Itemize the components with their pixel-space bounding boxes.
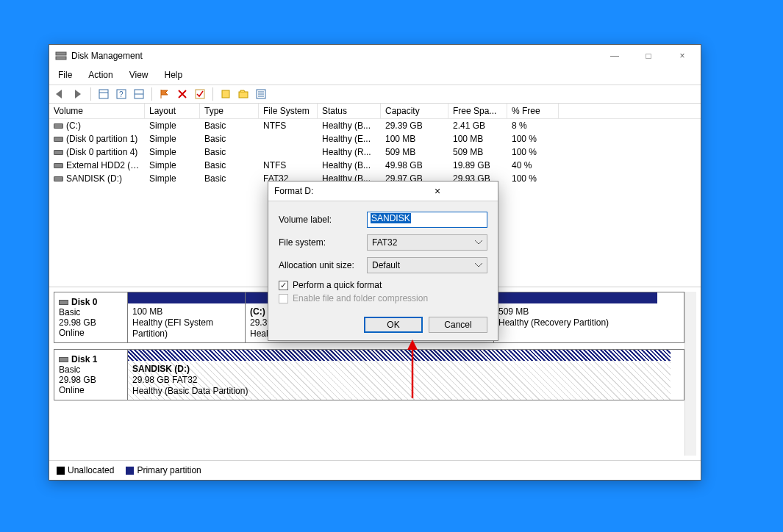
menu-help[interactable]: Help xyxy=(162,68,186,82)
delete-icon[interactable] xyxy=(176,87,189,101)
col-capacity[interactable]: Capacity xyxy=(381,104,448,118)
list-header: Volume Layout Type File System Status Ca… xyxy=(49,104,701,119)
list-icon[interactable] xyxy=(254,87,268,101)
dialog-titlebar[interactable]: Format D: × xyxy=(268,181,498,201)
volume-row[interactable]: External HDD2 (E:)SimpleBasicNTFSHealthy… xyxy=(49,159,701,172)
svg-rect-2 xyxy=(99,90,108,98)
drive-icon xyxy=(54,176,63,181)
view2-icon[interactable] xyxy=(132,87,146,101)
back-icon[interactable] xyxy=(54,87,67,101)
forward-icon[interactable] xyxy=(71,87,85,101)
chevron-down-icon xyxy=(475,240,482,245)
partition[interactable]: 509 MBHealthy (Recovery Partition) xyxy=(494,292,657,342)
format-dialog: Format D: × Volume label: SANDISK File s… xyxy=(268,181,498,341)
drive-icon xyxy=(54,163,63,168)
disk-info[interactable]: Disk 0Basic29.98 GBOnline xyxy=(54,292,128,342)
svg-rect-8 xyxy=(196,90,204,98)
view1-icon[interactable] xyxy=(97,87,110,101)
col-type[interactable]: Type xyxy=(200,104,259,118)
check-icon[interactable] xyxy=(193,87,207,101)
drive-icon xyxy=(54,123,63,129)
svg-rect-1 xyxy=(56,57,66,60)
chevron-down-icon xyxy=(475,263,482,267)
drive-icon xyxy=(54,137,63,142)
volume-row[interactable]: (Disk 0 partition 1)SimpleBasicHealthy (… xyxy=(49,132,701,145)
menu-action[interactable]: Action xyxy=(85,68,115,82)
partition[interactable]: SANDISK (D:)29.98 GB FAT32Healthy (Basic… xyxy=(128,350,671,400)
disk-icon xyxy=(59,357,68,362)
svg-rect-10 xyxy=(239,92,248,98)
app-icon xyxy=(55,50,67,62)
close-button[interactable]: × xyxy=(665,46,699,66)
menu-view[interactable]: View xyxy=(126,68,151,82)
disk-row: Disk 1Basic29.98 GBOnlineSANDISK (D:)29.… xyxy=(54,349,684,400)
minimize-button[interactable]: — xyxy=(598,46,632,66)
volume-row[interactable]: (C:)SimpleBasicNTFSHealthy (B...29.39 GB… xyxy=(49,119,701,132)
col-volume[interactable]: Volume xyxy=(49,104,145,118)
col-layout[interactable]: Layout xyxy=(145,104,200,118)
volume-label-input[interactable]: SANDISK xyxy=(367,212,487,228)
menubar: File Action View Help xyxy=(49,67,701,85)
allocation-combo[interactable]: Default xyxy=(367,257,487,273)
svg-text:?: ? xyxy=(119,90,124,98)
toolbar: ? xyxy=(49,85,701,104)
label-filesystem: File system: xyxy=(279,237,367,248)
maximize-button[interactable]: □ xyxy=(632,46,665,66)
help-icon[interactable]: ? xyxy=(115,87,128,101)
flag-icon[interactable] xyxy=(158,87,171,101)
label-allocation: Allocation unit size: xyxy=(279,260,367,270)
disk-icon xyxy=(59,300,68,305)
legend-primary: Primary partition xyxy=(126,465,201,475)
partition[interactable]: 100 MBHealthy (EFI System Partition) xyxy=(128,292,246,342)
compression-checkbox: Enable file and folder compression xyxy=(279,293,487,303)
dialog-title: Format D: xyxy=(274,186,383,196)
dialog-close-button[interactable]: × xyxy=(383,185,492,197)
cancel-button[interactable]: Cancel xyxy=(429,317,487,333)
legend-unallocated: Unallocated xyxy=(57,465,114,475)
volume-row[interactable]: (Disk 0 partition 4)SimpleBasicHealthy (… xyxy=(49,145,701,159)
checkbox-icon xyxy=(279,294,288,303)
col-fs[interactable]: File System xyxy=(259,104,318,118)
checkbox-icon xyxy=(279,281,288,290)
drive-icon xyxy=(54,150,63,155)
menu-file[interactable]: File xyxy=(55,68,75,82)
titlebar[interactable]: Disk Management — □ × xyxy=(49,45,701,67)
quick-format-checkbox[interactable]: Perform a quick format xyxy=(279,280,487,290)
col-pct[interactable]: % Free xyxy=(507,104,559,118)
svg-rect-0 xyxy=(56,52,66,55)
col-status[interactable]: Status xyxy=(318,104,381,118)
scrollbar[interactable] xyxy=(684,292,696,456)
filesystem-combo[interactable]: FAT32 xyxy=(367,234,487,251)
label-volume: Volume label: xyxy=(279,215,367,225)
col-free[interactable]: Free Spa... xyxy=(448,104,507,118)
ok-button[interactable]: OK xyxy=(364,317,423,333)
new-icon[interactable] xyxy=(219,87,232,101)
open-icon[interactable] xyxy=(237,87,250,101)
disk-info[interactable]: Disk 1Basic29.98 GBOnline xyxy=(54,350,128,400)
svg-rect-9 xyxy=(222,90,229,98)
legend: Unallocated Primary partition xyxy=(49,460,701,480)
window-title: Disk Management xyxy=(71,51,598,61)
